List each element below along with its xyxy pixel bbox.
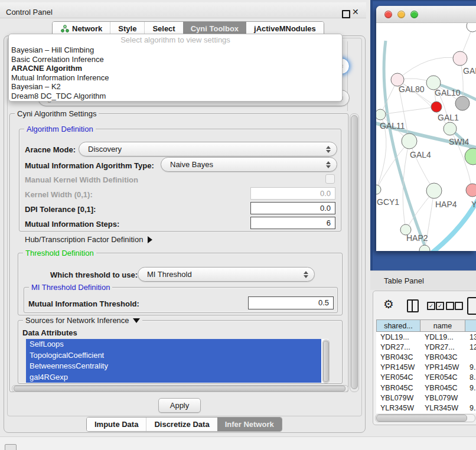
algorithm-option[interactable]: Basic Correlation Inference [9,55,342,64]
tab-label: Style [118,24,136,33]
network-node[interactable] [453,51,467,66]
tab-label: Cyni Toolbox [191,24,239,33]
scrollbar-thumb[interactable] [351,115,358,389]
column-header-name[interactable]: name [420,319,465,332]
network-edge[interactable] [380,107,436,115]
network-node[interactable] [466,184,476,197]
scrollbar-thumb[interactable] [323,341,329,382]
close-icon[interactable]: ✕ [352,7,359,17]
which-threshold-combobox[interactable]: MI Threshold [138,267,315,282]
network-node[interactable] [431,102,442,112]
table-hscrollbar[interactable] [375,414,475,422]
settings-scrollbar[interactable] [350,113,359,392]
table-cell: YBR043C [376,353,420,361]
status-strip [0,436,476,450]
table-row[interactable]: YIL052CYIL052C9 [376,413,476,414]
table-row[interactable]: YDR27...YDR27...12 [376,342,476,352]
mi-steps-field[interactable]: 6 [250,217,335,229]
network-window[interactable]: GALGAL80GAL10GAL1GAL11SWI4GAL4GCY1HAP4YH… [376,6,476,251]
corner-widget[interactable] [5,444,17,450]
algorithm-option[interactable]: Mutual Information Inference [9,73,342,83]
gear-icon[interactable]: ⚙ [383,298,394,310]
node-table: shared... name A YDL19...YDL19...13YDR27… [376,319,476,413]
close-traffic-light[interactable] [384,11,392,18]
network-node[interactable] [426,183,442,198]
mi-type-combobox[interactable]: Naive Bayes [161,157,337,172]
table-row[interactable]: YBR043CYBR043C [376,352,476,362]
scrollbar-thumb[interactable] [14,386,345,392]
node-label: SWI4 [449,137,469,146]
network-edge[interactable] [409,141,434,191]
network-window-titlebar[interactable] [376,6,476,23]
network-node[interactable] [402,133,417,149]
attribute-item[interactable]: gal4RGexp [26,372,321,383]
algorithm-option[interactable]: ARACNE Algorithm [9,64,342,73]
scrollbar-thumb[interactable] [376,415,467,422]
node-label: HAP2 [406,233,428,243]
unchecked-checkbox-icon[interactable] [446,302,454,310]
data-attributes-list[interactable]: SelfLoopsTopologicalCoefficientBetweenne… [26,339,328,383]
tab-label: Discretize Data [154,420,209,429]
algorithm-dropdown: Select algorithm to view settings Bayesi… [8,34,343,102]
mi-type-label: Mutual Information Algorithm Type: [25,161,154,170]
checked-checkbox-icon[interactable]: ✓ [427,302,435,310]
zoom-traffic-light[interactable] [410,11,418,18]
aracne-mode-label: Aracne Mode: [25,145,76,154]
settings-hscrollbar[interactable] [12,385,348,392]
network-edge[interactable] [397,57,460,80]
columns-icon[interactable] [407,299,419,312]
group-title: Cyni Algorithm Settings [15,109,99,118]
network-node[interactable] [455,96,470,110]
collapse-down-icon[interactable] [133,318,140,323]
network-node[interactable] [467,23,476,32]
network-node[interactable] [376,109,386,120]
network-icon [60,25,69,32]
document-icon[interactable] [467,297,476,315]
float-window-icon[interactable] [342,10,350,18]
unchecked-checkbox-icon[interactable] [455,302,463,310]
table-row[interactable]: YBR045CYBR045C9. [376,383,476,393]
algorithm-options: Bayesian – Hill ClimbingBasic Correlatio… [9,45,342,101]
attribute-item[interactable]: TopologicalCoefficient [26,350,321,361]
network-canvas[interactable]: GALGAL80GAL10GAL1GAL11SWI4GAL4GCY1HAP4YH… [376,23,476,251]
manual-kernel-checkbox[interactable] [325,174,335,184]
checked-checkbox-icon[interactable]: ✓ [436,302,444,310]
column-header-shared-name[interactable]: shared... [376,319,420,332]
table-row[interactable]: YPR145WYPR145W9. [376,363,476,373]
tab-infer-network[interactable]: Infer Network [217,418,282,431]
node-table-body: YDL19...YDL19...13YDR27...YDR27...12YBR0… [376,332,476,413]
minimize-traffic-light[interactable] [397,11,405,18]
attributes-scrollbar[interactable] [322,340,330,383]
sources-title: Sources for Network Inference [25,316,129,325]
table-row[interactable]: YER054CYER054C8. [376,373,476,383]
network-node[interactable] [444,122,457,135]
node-label: GAL80 [399,84,425,94]
mi-threshold-field[interactable]: 0.5 [248,296,334,309]
algorithm-option[interactable]: Dream8 DC_TDC Algorithm [9,92,342,101]
table-cell: YLR345W [420,404,465,412]
aracne-mode-combobox[interactable]: Discovery [79,142,337,156]
table-row[interactable]: YLR345WYLR345W9. [376,403,476,413]
dpi-tolerance-field[interactable]: 0.0 [250,202,335,214]
hub-definition-toggle[interactable]: Hub/Transcription Factor Definition [25,235,152,244]
tab-impute-data[interactable]: Impute Data [87,418,146,431]
algorithm-option[interactable]: Bayesian – K2 [9,82,342,92]
network-node[interactable] [419,245,430,251]
attribute-item[interactable]: BetweennessCentrality [26,361,321,372]
table-cell: YBR045C [420,384,465,392]
table-row[interactable]: YBL079WYBL079W [376,393,476,403]
table-row[interactable]: YDL19...YDL19...13 [376,332,476,342]
dpi-tolerance-label: DPI Tolerance [0,1]: [25,205,96,214]
group-title: Sources for Network Inference [23,316,142,325]
tab-label: Select [152,24,175,33]
table-cell: 9. [465,384,476,392]
apply-button[interactable]: Apply [158,398,201,413]
table-cell: YDR27... [420,343,465,351]
algorithm-option[interactable]: Bayesian – Hill Climbing [9,45,342,55]
network-node[interactable] [376,185,381,194]
attribute-item[interactable]: SelfLoops [26,339,321,350]
kernel-width-field[interactable]: 0.0 [250,187,335,200]
column-header-partial[interactable]: A [465,319,476,332]
tab-discretize-data[interactable]: Discretize Data [146,418,217,431]
network-node[interactable] [465,148,476,165]
